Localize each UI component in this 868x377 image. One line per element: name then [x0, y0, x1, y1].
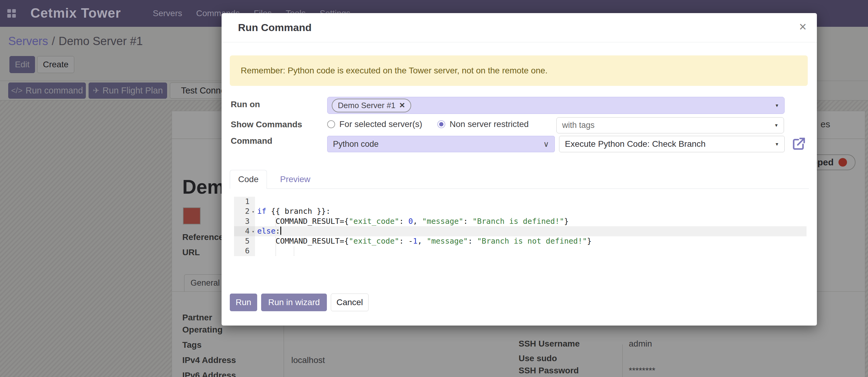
brand-title: Cetmix Tower: [30, 5, 121, 21]
line-number: 4▾: [234, 226, 255, 236]
code-token: COMMAND_RESULT={: [257, 237, 349, 245]
radio-label[interactable]: For selected server(s): [339, 119, 422, 129]
code-token: :: [468, 237, 477, 245]
server-tag[interactable]: Demo Server #1 ✕: [332, 99, 411, 112]
code-token: :: [399, 217, 408, 226]
line-number: 3: [234, 216, 255, 226]
chevron-down-icon: ▾: [775, 102, 778, 109]
code-token: ,: [413, 217, 422, 226]
modal-footer: Run Run in wizard Cancel: [230, 294, 369, 311]
chevron-down-icon: ▾: [775, 122, 778, 128]
code-token: }: [564, 217, 569, 226]
code-token: COMMAND_RESULT={: [257, 217, 349, 226]
code-token: "Branch is defined!": [472, 217, 564, 226]
editor-code-area[interactable]: if {{ branch }}: COMMAND_RESULT={"exit_c…: [255, 197, 807, 256]
external-link-icon[interactable]: [792, 137, 806, 151]
code-token: ,: [417, 237, 427, 245]
line-number: 6: [234, 246, 255, 256]
command-type-select[interactable]: Python code ∨: [327, 136, 555, 152]
chevron-down-icon: ▾: [775, 141, 778, 147]
code-token: "message": [422, 217, 463, 226]
indent-guide: [275, 246, 276, 256]
code-token: "message": [427, 237, 468, 245]
apps-grid-icon[interactable]: [7, 9, 16, 18]
tab-code[interactable]: Code: [230, 170, 267, 189]
code-line[interactable]: COMMAND_RESULT={"exit_code": -1, "messag…: [255, 236, 807, 246]
show-commands-label: Show Commands: [231, 120, 302, 129]
command-label: Command: [231, 136, 272, 146]
editor-gutter: 12▾34▾56: [234, 197, 255, 256]
code-token: :: [275, 227, 280, 235]
run-in-wizard-button[interactable]: Run in wizard: [261, 294, 327, 311]
with-tags-select[interactable]: with tags ▾: [556, 117, 784, 134]
fold-arrow-icon[interactable]: ▾: [252, 207, 254, 216]
indent-guide: [275, 217, 276, 226]
run-on-label: Run on: [231, 99, 260, 109]
run-command-modal: Run Command × Remember: Python code is e…: [222, 13, 817, 325]
close-icon[interactable]: ×: [799, 21, 807, 33]
run-button[interactable]: Run: [230, 294, 257, 311]
warning-banner: Remember: Python code is executed on the…: [230, 55, 808, 86]
code-token: :: [463, 217, 472, 226]
line-number: 5: [234, 236, 255, 246]
code-line[interactable]: else:: [255, 226, 807, 236]
code-line[interactable]: if {{ branch }}:: [255, 206, 807, 216]
text-cursor: [280, 227, 281, 235]
indent-guide: [294, 246, 294, 256]
radio-non-server-restricted[interactable]: [437, 120, 445, 128]
code-token: "exit_code": [349, 237, 399, 245]
code-line[interactable]: COMMAND_RESULT={"exit_code": 0, "message…: [255, 216, 807, 226]
code-token: }: [587, 237, 592, 245]
code-token: else: [257, 227, 275, 235]
code-token: "Branch is not defined!": [477, 237, 587, 245]
code-token: 1: [413, 237, 417, 245]
divider: [222, 42, 817, 42]
modal-title: Run Command: [238, 22, 312, 33]
menu-item-servers[interactable]: Servers: [153, 8, 182, 18]
radio-for-selected-servers[interactable]: [327, 120, 335, 128]
code-token: -: [408, 237, 413, 245]
code-line[interactable]: [255, 246, 807, 256]
show-commands-radio-group: For selected server(s) Non server restri…: [327, 116, 529, 132]
code-token: {{ branch }}:: [266, 207, 331, 215]
code-line[interactable]: [255, 197, 807, 206]
chevron-down-icon: ∨: [543, 140, 549, 149]
indent-guide: [275, 237, 276, 246]
code-token: "exit_code": [349, 217, 399, 226]
tag-remove-icon[interactable]: ✕: [399, 101, 405, 110]
radio-label[interactable]: Non server restricted: [450, 119, 529, 129]
command-select[interactable]: Execute Python Code: Check Branch ▾: [559, 136, 785, 152]
code-token: if: [257, 207, 266, 215]
screen: Cetmix Tower ServersCommandsFilesToolsSe…: [0, 0, 868, 377]
run-on-select[interactable]: Demo Server #1 ✕ ▾: [327, 97, 785, 114]
fold-arrow-icon[interactable]: ▾: [252, 227, 254, 236]
tab-bar-line: [230, 188, 809, 189]
code-token: :: [399, 237, 408, 245]
line-number: 2▾: [234, 206, 255, 216]
line-number: 1: [234, 197, 255, 206]
code-editor[interactable]: 12▾34▾56 if {{ branch }}: COMMAND_RESULT…: [234, 197, 807, 256]
cancel-button[interactable]: Cancel: [331, 294, 369, 311]
tab-preview[interactable]: Preview: [274, 170, 316, 189]
code-token: 0: [408, 217, 413, 226]
